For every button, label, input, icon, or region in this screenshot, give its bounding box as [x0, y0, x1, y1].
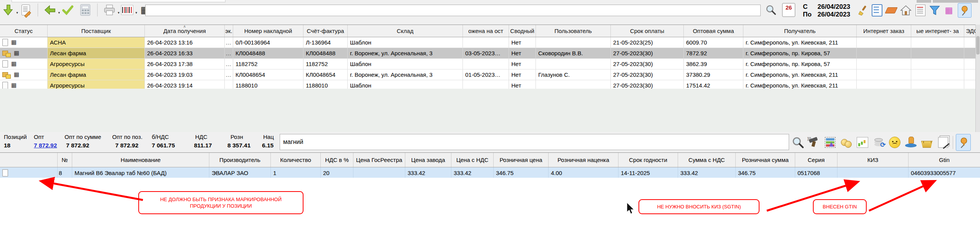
item-row-selected[interactable]: 8 Магний В6 Эвалар таб №60 (БАД) ЭВАЛАР … — [0, 167, 980, 178]
gtin-cell[interactable]: 04603933005577 — [909, 167, 980, 178]
warehouse-cell[interactable]: г. Воронеж, ул. Арсенальная, 3 — [348, 48, 463, 58]
svodny-cell[interactable]: Нет — [509, 37, 536, 48]
basket-button[interactable] — [920, 134, 934, 150]
name-cell[interactable]: Магний В6 Эвалар таб №60 (БАД) — [72, 167, 209, 178]
inet-cell[interactable] — [857, 48, 911, 58]
print-button[interactable]: ▾ — [103, 3, 116, 17]
col-name[interactable]: Наименование — [72, 153, 209, 167]
col-status[interactable]: Статус — [0, 25, 48, 37]
col-inet[interactable]: Интернет заказ — [857, 25, 911, 37]
notebook-button[interactable] — [915, 3, 926, 17]
status-cell[interactable]: ▦ — [0, 37, 48, 48]
supplier-cell[interactable]: Агроресурсы — [48, 59, 145, 69]
col-supplier[interactable]: Поставщик — [48, 25, 145, 37]
item-icon-cell[interactable] — [0, 167, 58, 178]
send-invoice-button[interactable]: ▾ — [43, 3, 56, 17]
col-series[interactable]: Серия — [795, 153, 837, 167]
date-cell[interactable]: 26-04-2023 16:33 — [145, 48, 225, 58]
scrollbar-thumb[interactable] — [976, 36, 980, 55]
user-cell[interactable] — [536, 59, 611, 69]
due-cell[interactable]: 27-05-2023(30) — [611, 69, 684, 80]
pin-items-panel-button[interactable] — [956, 134, 971, 151]
coins-button[interactable] — [839, 134, 853, 150]
col-factory-price[interactable]: Цена завода — [405, 153, 451, 167]
search-button[interactable] — [764, 3, 778, 17]
barcode-button[interactable]: ▾ — [121, 3, 134, 17]
placed-cell[interactable]: 01-05-2023… — [463, 69, 509, 80]
due-cell[interactable]: 27-05-2023(30) — [611, 48, 684, 58]
price-vat-cell[interactable]: 333.42 — [451, 167, 494, 178]
inet2-cell[interactable] — [911, 59, 964, 69]
due-cell[interactable]: 27-05-2023(30) — [611, 59, 684, 69]
user-cell[interactable] — [536, 37, 611, 48]
inet-cell[interactable] — [857, 69, 911, 80]
warehouse-cell[interactable]: Шаблон — [348, 37, 463, 48]
col-retail-markup[interactable]: Розничная наценка — [549, 153, 619, 167]
invoice-row[interactable]: ▦ Агроресурсы 26-04-2023 17:38 … 1182752… — [0, 59, 980, 69]
inet-cell[interactable] — [857, 59, 911, 69]
recipient-cell[interactable]: г. Симферополь, пр. Кирова, 57 — [743, 48, 857, 58]
status-cell[interactable]: ▦ — [0, 48, 48, 58]
inet2-cell[interactable] — [911, 37, 964, 48]
date-from-value[interactable]: 26/04/2023 — [817, 3, 850, 11]
recipient-cell[interactable]: г. Симферополь, пр. Кирова, 57 — [743, 59, 857, 69]
manufacturer-cell[interactable]: ЭВАЛАР ЗАО — [209, 167, 271, 178]
col-retail-price[interactable]: Розничная цена — [494, 153, 549, 167]
status-cell[interactable]: ▦ — [0, 59, 48, 69]
recalc-button[interactable]: ⟳ — [871, 134, 885, 150]
edit-document-button[interactable] — [19, 3, 32, 17]
ek-cell[interactable]: … — [225, 37, 233, 48]
col-gtin[interactable]: Gtin — [909, 153, 980, 167]
invoice-no-cell[interactable]: КЛ0048654 — [233, 69, 303, 80]
retail-markup-cell[interactable]: 4.00 — [549, 167, 619, 178]
col-recipient[interactable]: Получатель — [743, 25, 857, 37]
stamp-button[interactable] — [904, 134, 918, 150]
col-retail-sum[interactable]: Розничная сумма — [736, 153, 795, 167]
placed-cell[interactable] — [463, 59, 509, 69]
svodny-cell[interactable]: Нет — [509, 48, 536, 58]
marking-codes-button[interactable]: ▦ — [944, 3, 954, 17]
user-cell[interactable]: Сковородин В.В. — [536, 48, 611, 58]
user-cell[interactable]: Глазунов С. — [536, 69, 611, 80]
ek-cell[interactable]: … — [225, 48, 233, 58]
filter-button[interactable] — [929, 3, 940, 17]
calculator-button[interactable] — [79, 3, 92, 17]
invoice-row[interactable]: ▦ Лесан фарма 26-04-2023 19:03 … КЛ00486… — [0, 69, 980, 80]
status-cell[interactable]: ▦ — [0, 69, 48, 80]
series-cell[interactable]: 0517068 — [795, 167, 837, 178]
opt-value-link[interactable]: 7 872.92 — [34, 142, 57, 149]
inet2-cell[interactable] — [911, 69, 964, 80]
col-vat-pct[interactable]: НДС в % — [321, 153, 353, 167]
col-invoice-no[interactable]: Номер накладной — [233, 25, 303, 37]
reprice-button[interactable] — [823, 134, 837, 150]
factura-cell[interactable]: КЛ0048488 — [303, 48, 348, 58]
ek-cell[interactable]: … — [225, 69, 233, 80]
supplier-cell[interactable]: АСНА — [48, 37, 145, 48]
col-qty[interactable]: Количество — [271, 153, 321, 167]
col-total[interactable]: Оптовая сумма — [684, 25, 743, 37]
home-button[interactable] — [900, 3, 912, 17]
factura-cell[interactable]: Л-136964 — [303, 37, 348, 48]
claims-button[interactable] — [887, 134, 902, 150]
scan-barcode-button[interactable]: ))) — [807, 134, 821, 150]
invoice-no-cell[interactable]: КЛ0048488 — [233, 48, 303, 58]
placed-cell[interactable] — [463, 37, 509, 48]
ek-cell[interactable]: … — [225, 59, 233, 69]
col-factura[interactable]: Счёт-фактура — [303, 25, 348, 37]
invoice-no-cell[interactable]: 1182752 — [233, 59, 303, 69]
col-num[interactable]: № — [58, 153, 72, 167]
retail-price-cell[interactable]: 346.75 — [494, 167, 549, 178]
col-expiry[interactable]: Срок годности — [619, 153, 678, 167]
toolbar-quick-input[interactable] — [145, 5, 761, 16]
col-gosreestr[interactable]: Цена ГосРеестра — [353, 153, 405, 167]
warehouse-cell[interactable]: г. Воронеж, ул. Арсенальная, 3 — [348, 69, 463, 80]
calendar-button[interactable]: 26 — [782, 3, 795, 17]
placed-cell[interactable]: 03-05-2023… — [463, 48, 509, 58]
supplier-cell[interactable]: Лесан фарма — [48, 48, 145, 58]
date-cell[interactable]: 26-04-2023 19:03 — [145, 69, 225, 80]
inet-cell[interactable] — [857, 37, 911, 48]
col-user[interactable]: Пользователь — [536, 25, 611, 37]
total-cell[interactable]: 7872.92 — [684, 48, 743, 58]
vat-pct-cell[interactable]: 20 — [321, 167, 353, 178]
col-date[interactable]: ˄ Дата получения — [145, 25, 225, 37]
